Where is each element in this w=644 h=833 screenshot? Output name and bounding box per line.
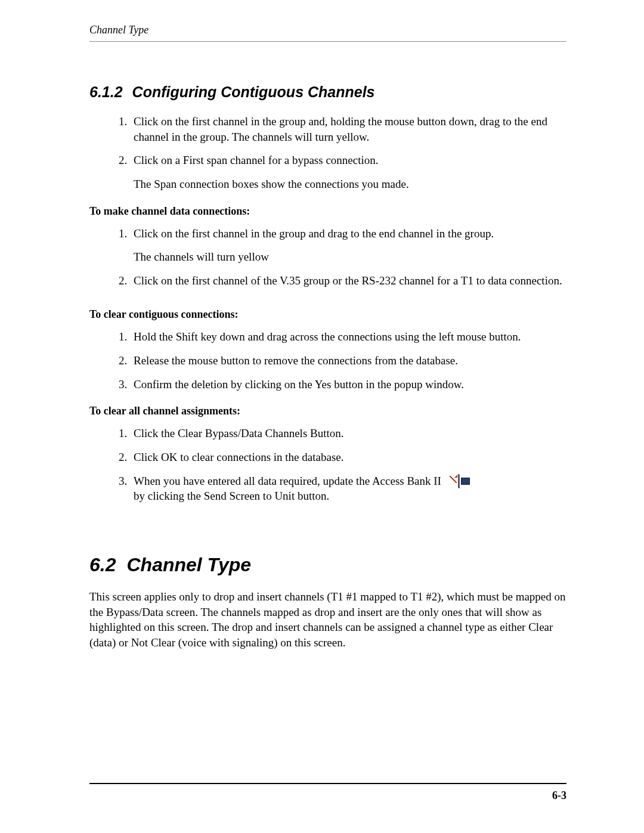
step-item: Click on the first channel in the group …	[130, 114, 566, 144]
step-text: Hold the Shift key down and drag across …	[134, 330, 521, 343]
document-page: Channel Type 6.1.2Configuring Contiguous…	[0, 0, 644, 833]
step-text: Confirm the deletion by clicking on the …	[134, 378, 464, 391]
step-item: Release the mouse button to remove the c…	[130, 353, 566, 368]
step-text: Click on the first channel in the group …	[134, 227, 494, 240]
step-note: The channels will turn yellow	[134, 249, 566, 265]
step-text: Click on the first channel of the V.35 g…	[134, 274, 562, 287]
step-prefix: Click the	[134, 427, 178, 439]
subheading-clear-contiguous: To clear contiguous connections:	[89, 308, 566, 321]
subheading-make-data: To make channel data connections:	[89, 205, 566, 218]
header-rule	[89, 41, 566, 42]
running-header: Channel Type	[89, 24, 566, 41]
steps-clear-contiguous: Hold the Shift key down and drag across …	[89, 329, 566, 392]
steps-clear-all: Click the Clear Bypass/Data Channels But…	[89, 426, 566, 512]
step-prefix: Click	[134, 451, 161, 463]
step-item: Confirm the deletion by clicking on the …	[130, 377, 566, 392]
step-text: Click on the first channel in the group …	[134, 115, 547, 143]
step-text: Release the mouse button to remove the c…	[134, 354, 458, 367]
step-item: Click OK to clear connections in the dat…	[130, 450, 566, 465]
section-6-2-paragraph: This screen applies only to drop and ins…	[89, 589, 566, 651]
toolbar-icon	[458, 474, 459, 488]
steps-configuring: Click on the first channel in the group …	[89, 114, 566, 192]
page-number: 6-3	[552, 789, 566, 802]
step-item: Click on the first channel in the group …	[130, 226, 566, 265]
step-item: When you have entered all data required,…	[130, 473, 566, 504]
ui-term: OK	[161, 451, 177, 463]
step-text: When you have entered all data required,…	[134, 475, 441, 503]
step-text: Click on a First span channel for a bypa…	[134, 154, 379, 166]
step-note: The Span connection boxes show the conne…	[134, 176, 566, 192]
heading-text: Channel Type	[126, 554, 251, 575]
send-screen-to-unit-icon	[458, 473, 459, 489]
ui-term: Clear Bypass/Data Channels	[178, 427, 307, 439]
heading-number: 6.2	[89, 554, 116, 575]
footer-rule	[89, 783, 566, 784]
step-item: Click on the first channel of the V.35 g…	[130, 273, 566, 289]
step-item: Click the Clear Bypass/Data Channels But…	[130, 426, 566, 441]
step-suffix: Button.	[307, 427, 343, 439]
heading-6-2: 6.2Channel Type	[89, 554, 566, 576]
heading-number: 6.1.2	[89, 83, 123, 100]
heading-text: Configuring Contiguous Channels	[132, 83, 375, 100]
subheading-clear-all: To clear all channel assignments:	[89, 405, 566, 417]
step-suffix: to clear connections in the database.	[177, 451, 343, 463]
step-item: Hold the Shift key down and drag across …	[130, 329, 566, 345]
step-item: Click on a First span channel for a bypa…	[130, 153, 566, 191]
steps-make-data: Click on the first channel in the group …	[89, 226, 566, 289]
heading-6-1-2: 6.1.2Configuring Contiguous Channels	[89, 83, 566, 101]
